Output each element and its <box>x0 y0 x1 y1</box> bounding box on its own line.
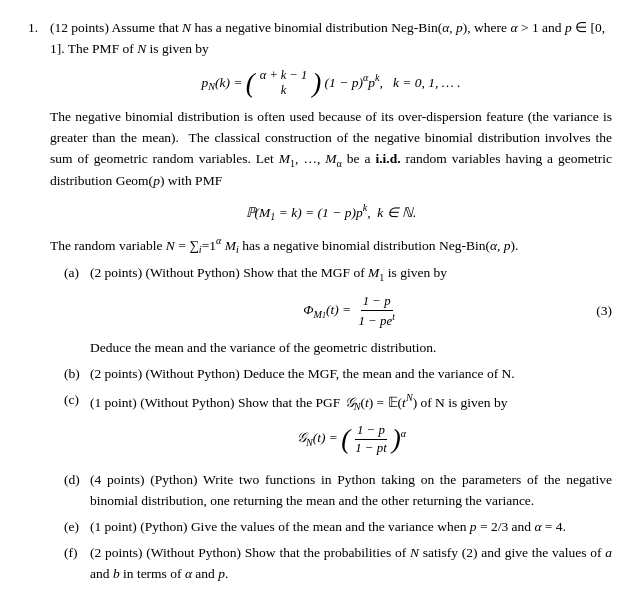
subpart-b-python: (Without Python) <box>146 366 240 381</box>
pmf-formula: pN(k) = ( α + k − 1 k ) (1 − p)αpk, k = … <box>50 68 612 99</box>
subpart-e-content: (1 point) (Python) Give the values of th… <box>90 517 612 538</box>
geom-pmf: ℙ(M1 = k) = (1 − p)pk, k ∈ ℕ. <box>50 200 612 225</box>
problem-intro: (12 points) Assume that N has a negative… <box>50 18 612 60</box>
subpart-b-label: (b) <box>64 364 86 385</box>
subpart-d-points: (4 points) <box>90 472 145 487</box>
problem-number: 1. <box>28 18 50 39</box>
subpart-a-content: (2 points) (Without Python) Show that th… <box>90 263 612 359</box>
subpart-c-content: (1 point) (Without Python) Show that the… <box>90 390 612 465</box>
subpart-a-extra: Deduce the mean and the variance of the … <box>90 338 612 359</box>
paragraph-2: The random variable N = ∑i=1α Mi has a n… <box>50 233 612 258</box>
subpart-d-content: (4 points) (Python) Write two functions … <box>90 470 612 512</box>
pgf-formula: 𝒢N(t) = ( 1 − p 1 − pt ) α <box>90 422 612 456</box>
subpart-c-python: (Without Python) <box>140 394 234 409</box>
eq-number-3: (3) <box>596 301 612 322</box>
subpart-c-points: (1 point) <box>90 394 137 409</box>
subpart-f-points: (2 points) <box>90 545 143 560</box>
points-label: (12 points) <box>50 20 109 35</box>
subpart-b-content: (2 points) (Without Python) Deduce the M… <box>90 364 612 385</box>
subpart-f-python: (Without Python) <box>146 545 241 560</box>
subpart-d-label: (d) <box>64 470 86 512</box>
subpart-a-points: (2 points) <box>90 265 142 280</box>
subpart-c-label: (c) <box>64 390 86 465</box>
subpart-c: (c) (1 point) (Without Python) Show that… <box>64 390 612 465</box>
subpart-d: (d) (4 points) (Python) Write two functi… <box>64 470 612 512</box>
subpart-b-points: (2 points) <box>90 366 142 381</box>
subpart-e-points: (1 point) <box>90 519 137 534</box>
intro-text: Assume that N has a negative binomial di… <box>50 20 605 56</box>
subpart-f: (f) (2 points) (Without Python) Show tha… <box>64 543 612 585</box>
problem-container: 1. (12 points) Assume that N has a negat… <box>28 18 612 586</box>
problem-header: 1. (12 points) Assume that N has a negat… <box>28 18 612 586</box>
subpart-e: (e) (1 point) (Python) Give the values o… <box>64 517 612 538</box>
subpart-f-label: (f) <box>64 543 86 585</box>
subpart-b: (b) (2 points) (Without Python) Deduce t… <box>64 364 612 385</box>
subpart-a-python: (Without Python) <box>146 265 240 280</box>
subpart-d-python: (Python) <box>150 472 197 487</box>
subpart-f-content: (2 points) (Without Python) Show that th… <box>90 543 612 585</box>
subpart-a: (a) (2 points) (Without Python) Show tha… <box>64 263 612 359</box>
subpart-e-label: (e) <box>64 517 86 538</box>
problem-body: (12 points) Assume that N has a negative… <box>50 18 612 586</box>
paragraph-1: The negative binomial distribution is of… <box>50 107 612 192</box>
subpart-a-label: (a) <box>64 263 86 359</box>
mgf-formula: ΦM1(t) = 1 − p 1 − pet (3) <box>90 293 612 330</box>
subpart-e-python: (Python) <box>140 519 187 534</box>
